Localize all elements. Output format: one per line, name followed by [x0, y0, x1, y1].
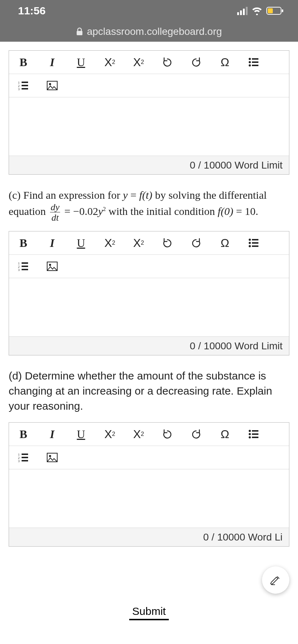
svg-point-4: [249, 58, 251, 60]
bullet-list-button[interactable]: [239, 231, 268, 254]
rich-text-editor: B I U X2 X2 Ω 123 0 / 10000 Word Li: [9, 422, 289, 547]
svg-rect-27: [22, 266, 28, 267]
svg-text:3: 3: [18, 87, 20, 90]
special-char-button[interactable]: Ω: [211, 51, 239, 74]
editor-textarea[interactable]: [9, 469, 289, 528]
svg-rect-11: [22, 82, 28, 83]
rich-text-editor: B I U X2 X2 Ω 123 0 / 10000 Word Limit: [9, 231, 289, 355]
svg-rect-9: [252, 65, 258, 66]
subscript-button[interactable]: X2: [124, 51, 153, 74]
svg-rect-21: [252, 242, 258, 244]
special-char-button[interactable]: Ω: [211, 423, 239, 446]
word-limit-label: 0 / 10000 Word Limit: [9, 156, 289, 174]
editor-textarea[interactable]: [9, 97, 289, 156]
redo-button[interactable]: [182, 231, 211, 254]
svg-rect-5: [252, 58, 258, 60]
numbered-list-button[interactable]: 123: [9, 255, 38, 278]
bullet-list-button[interactable]: [239, 423, 268, 446]
submit-button[interactable]: Submit: [129, 602, 168, 620]
bullet-list-button[interactable]: [239, 51, 268, 74]
svg-rect-7: [252, 61, 258, 63]
svg-rect-43: [22, 460, 28, 461]
svg-rect-19: [252, 239, 258, 240]
status-indicators: [237, 6, 284, 15]
bold-button[interactable]: B: [9, 231, 38, 254]
word-limit-label: 0 / 10000 Word Limit: [9, 336, 289, 355]
svg-point-8: [249, 64, 251, 66]
svg-point-45: [49, 455, 51, 457]
editor-toolbar: B I U X2 X2 Ω 123: [9, 51, 289, 97]
status-time: 11:56: [18, 5, 46, 17]
underline-button[interactable]: U: [67, 51, 95, 74]
svg-point-31: [49, 264, 51, 266]
svg-rect-3: [77, 31, 82, 35]
svg-point-34: [249, 433, 251, 435]
editor-toolbar: B I U X2 X2 Ω 123: [9, 423, 289, 469]
svg-point-32: [249, 430, 251, 432]
annotate-fab[interactable]: [262, 566, 289, 594]
svg-rect-41: [22, 457, 28, 458]
svg-rect-35: [252, 433, 258, 435]
numbered-list-button[interactable]: 123: [9, 446, 38, 469]
svg-point-20: [249, 242, 251, 244]
editor-textarea[interactable]: [9, 278, 289, 336]
editor-toolbar: B I U X2 X2 Ω 123: [9, 231, 289, 278]
svg-rect-29: [22, 269, 28, 270]
svg-rect-46: [271, 584, 275, 585]
lock-icon: [76, 27, 83, 36]
subscript-button[interactable]: X2: [124, 423, 153, 446]
highlighter-icon: [269, 574, 282, 586]
battery-icon: [266, 6, 284, 15]
question-d-text: (d) Determine whether the amount of the …: [9, 368, 289, 414]
svg-rect-15: [22, 88, 28, 89]
svg-rect-2: [282, 9, 283, 12]
undo-button[interactable]: [153, 231, 182, 254]
image-button[interactable]: [38, 255, 67, 278]
svg-rect-37: [252, 437, 258, 438]
svg-rect-13: [22, 85, 28, 86]
browser-url-bar[interactable]: apclassroom.collegeboard.org: [0, 22, 298, 42]
svg-rect-1: [268, 8, 273, 13]
svg-text:3: 3: [18, 459, 20, 462]
special-char-button[interactable]: Ω: [211, 231, 239, 254]
status-bar: 11:56: [0, 0, 298, 22]
undo-button[interactable]: [153, 423, 182, 446]
svg-rect-39: [22, 454, 28, 455]
submit-bar: Submit: [0, 602, 298, 644]
superscript-button[interactable]: X2: [95, 51, 124, 74]
underline-button[interactable]: U: [67, 231, 95, 254]
cellular-icon: [237, 7, 248, 15]
italic-button[interactable]: I: [38, 51, 67, 74]
redo-button[interactable]: [182, 51, 211, 74]
italic-button[interactable]: I: [38, 423, 67, 446]
svg-text:3: 3: [18, 268, 20, 271]
question-c-text: (c) Find an expression for y = f(t) by s…: [9, 188, 289, 222]
bold-button[interactable]: B: [9, 423, 38, 446]
word-limit-label: 0 / 10000 Word Li: [9, 528, 289, 546]
svg-rect-25: [22, 262, 28, 264]
image-button[interactable]: [38, 446, 67, 469]
svg-point-17: [49, 83, 51, 85]
svg-point-18: [249, 239, 251, 241]
numbered-list-button[interactable]: 123: [9, 74, 38, 97]
svg-point-6: [249, 61, 251, 63]
italic-button[interactable]: I: [38, 231, 67, 254]
wifi-icon: [251, 6, 263, 15]
subscript-button[interactable]: X2: [124, 231, 153, 254]
superscript-button[interactable]: X2: [95, 423, 124, 446]
rich-text-editor: B I U X2 X2 Ω 123 0 / 10000 Word Limit: [9, 50, 289, 175]
svg-point-22: [249, 245, 251, 247]
image-button[interactable]: [38, 74, 67, 97]
svg-rect-23: [252, 245, 258, 247]
undo-button[interactable]: [153, 51, 182, 74]
superscript-button[interactable]: X2: [95, 231, 124, 254]
url-text: apclassroom.collegeboard.org: [87, 26, 222, 37]
bold-button[interactable]: B: [9, 51, 38, 74]
svg-rect-33: [252, 430, 258, 432]
underline-button[interactable]: U: [67, 423, 95, 446]
redo-button[interactable]: [182, 423, 211, 446]
svg-point-36: [249, 436, 251, 438]
